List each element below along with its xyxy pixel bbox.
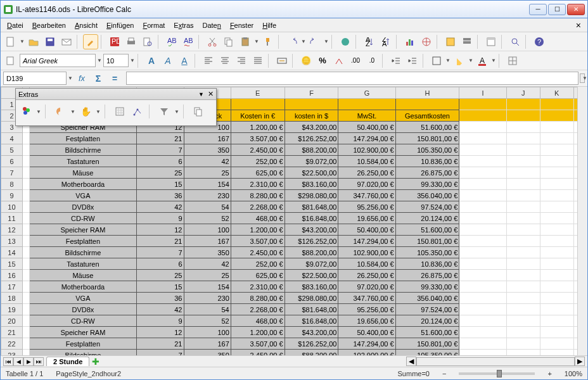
formula-input[interactable] <box>126 72 578 85</box>
grid-snap-button[interactable] <box>112 104 127 119</box>
cell[interactable]: 20.124,00 € <box>395 315 459 327</box>
cell[interactable]: 356.040,00 € <box>395 293 459 304</box>
tab-prev-button[interactable]: ◀ <box>13 357 23 366</box>
menu-view[interactable]: Ansicht <box>71 20 101 30</box>
row-header[interactable]: 22 <box>1 338 23 350</box>
cell[interactable]: 2.310,00 € <box>231 179 284 190</box>
menu-data[interactable]: Daten <box>199 20 225 30</box>
new-doc-button[interactable] <box>3 34 18 49</box>
cell[interactable]: 99.330,00 € <box>395 281 459 293</box>
cell[interactable]: 3.507,00 € <box>231 338 284 350</box>
chart-button[interactable] <box>402 34 418 49</box>
row-header[interactable]: 17 <box>1 281 23 293</box>
cell[interactable]: $22.500,00 <box>284 270 338 281</box>
cut-button[interactable] <box>205 34 220 49</box>
font-size-selector[interactable]: 10 <box>103 54 129 67</box>
bold-button[interactable]: A <box>144 53 159 68</box>
col-header[interactable]: G <box>338 87 395 99</box>
align-center-button[interactable] <box>217 53 233 68</box>
cell[interactable]: 42 <box>137 304 184 315</box>
row-header[interactable]: 19 <box>1 304 23 315</box>
color-fill-button[interactable] <box>18 104 34 119</box>
cell[interactable]: $16.848,00 <box>284 213 338 224</box>
cell[interactable]: 102.900,00 € <box>338 247 395 258</box>
align-justify-button[interactable] <box>250 53 265 68</box>
cell[interactable]: Festplatten <box>29 338 137 350</box>
cell[interactable]: 25 <box>137 270 184 281</box>
cell[interactable]: DVD8x <box>29 304 137 315</box>
cell[interactable]: 97.020,00 € <box>338 179 395 190</box>
cell[interactable]: 99.330,00 € <box>395 179 459 190</box>
cell[interactable]: $83.160,00 <box>284 179 338 190</box>
cell[interactable]: $298.080,00 <box>284 293 338 304</box>
zoom-in-button[interactable]: + <box>547 370 551 377</box>
cell[interactable]: 52 <box>184 315 231 327</box>
cell[interactable]: 51.600,00 € <box>395 122 459 133</box>
cell[interactable]: 147.294,00 € <box>338 338 395 350</box>
save-button[interactable] <box>42 34 58 49</box>
cell[interactable]: 21 <box>137 338 184 350</box>
sum-button[interactable]: Σ <box>91 71 106 86</box>
cell[interactable]: 6 <box>137 258 184 270</box>
print-button[interactable] <box>124 34 139 49</box>
cell[interactable]: $126.252,00 <box>284 133 338 144</box>
cell[interactable]: 625,00 € <box>231 167 284 179</box>
cell[interactable]: 50.400,00 € <box>338 122 395 133</box>
cell[interactable]: 21 <box>137 133 184 144</box>
cell[interactable]: $88.200,00 <box>284 247 338 258</box>
cell[interactable]: 15 <box>137 179 184 190</box>
cell[interactable]: $81.648,00 <box>284 304 338 315</box>
cell[interactable]: 252,00 € <box>231 258 284 270</box>
remove-decimal-button[interactable]: .0 <box>364 53 380 68</box>
cell[interactable]: 42 <box>184 258 231 270</box>
palette-button[interactable] <box>53 104 68 119</box>
cell[interactable]: $88.200,00 <box>284 350 338 356</box>
paste-button[interactable] <box>238 34 253 49</box>
row-header[interactable]: 14 <box>1 247 23 258</box>
edit-button[interactable] <box>83 34 98 49</box>
cell[interactable]: 1.200,00 € <box>231 327 284 338</box>
menu-edit[interactable]: Bearbeiten <box>29 20 70 30</box>
cell[interactable]: 10.584,00 € <box>338 258 395 270</box>
hyperlink-button[interactable] <box>338 34 353 49</box>
cell[interactable]: $126.252,00 <box>284 236 338 247</box>
cell[interactable]: CD-RW <box>29 315 137 327</box>
cell[interactable]: 150.801,00 € <box>395 236 459 247</box>
cell[interactable]: 252,00 € <box>231 156 284 167</box>
redo-button[interactable] <box>307 34 323 49</box>
col-header[interactable]: F <box>284 87 338 99</box>
cell[interactable]: 25 <box>184 270 231 281</box>
cell[interactable]: 21 <box>137 236 184 247</box>
cell[interactable]: 350 <box>184 144 231 156</box>
cell[interactable]: $88.200,00 <box>284 144 338 156</box>
cell[interactable]: 2.310,00 € <box>231 281 284 293</box>
font-selector[interactable]: Arial Greek <box>20 54 96 67</box>
cell[interactable]: 356.040,00 € <box>395 190 459 201</box>
help-button[interactable]: ? <box>532 34 547 49</box>
cell[interactable]: Tastaturen <box>29 258 137 270</box>
bgcolor-button[interactable] <box>452 53 467 68</box>
row-header[interactable]: 9 <box>1 190 23 201</box>
pdf-button[interactable]: PDF <box>107 34 122 49</box>
row-header[interactable]: 11 <box>1 213 23 224</box>
cell[interactable]: 2.450,00 € <box>231 350 284 356</box>
hscroll-right[interactable]: ▶ <box>575 357 585 366</box>
row-header[interactable]: 10 <box>1 201 23 213</box>
cell[interactable]: VGA <box>29 293 137 304</box>
fontcolor-button[interactable]: A <box>475 53 490 68</box>
zoom-out-button[interactable]: − <box>442 370 446 377</box>
cell[interactable]: 54 <box>184 304 231 315</box>
cell[interactable]: 20.124,00 € <box>395 213 459 224</box>
cell[interactable]: 52 <box>184 213 231 224</box>
row-header[interactable]: 20 <box>1 315 23 327</box>
row-header[interactable]: 18 <box>1 293 23 304</box>
minimize-button[interactable]: ─ <box>529 4 547 15</box>
format-paintbrush-button[interactable] <box>260 34 276 49</box>
maximize-button[interactable]: ☐ <box>548 4 566 15</box>
autospell-button[interactable]: ABC <box>181 34 196 49</box>
cell[interactable]: kosten in $ <box>284 110 338 122</box>
cell[interactable]: 15 <box>137 281 184 293</box>
cell[interactable]: 97.524,00 € <box>395 304 459 315</box>
undo-button[interactable] <box>284 34 300 49</box>
row-header[interactable]: 12 <box>1 224 23 236</box>
